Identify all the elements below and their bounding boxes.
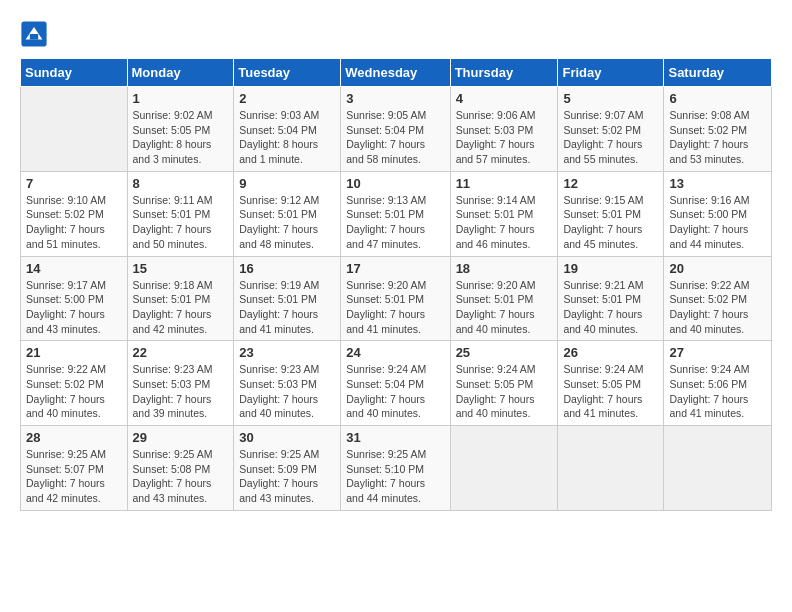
day-info: Sunrise: 9:20 AMSunset: 5:01 PMDaylight:…: [456, 278, 553, 337]
day-number: 29: [133, 430, 229, 445]
calendar-cell: 5Sunrise: 9:07 AMSunset: 5:02 PMDaylight…: [558, 87, 664, 172]
day-number: 30: [239, 430, 335, 445]
day-info: Sunrise: 9:23 AMSunset: 5:03 PMDaylight:…: [133, 362, 229, 421]
day-number: 4: [456, 91, 553, 106]
day-number: 6: [669, 91, 766, 106]
day-number: 8: [133, 176, 229, 191]
day-number: 1: [133, 91, 229, 106]
calendar-week-2: 7Sunrise: 9:10 AMSunset: 5:02 PMDaylight…: [21, 171, 772, 256]
day-info: Sunrise: 9:25 AMSunset: 5:07 PMDaylight:…: [26, 447, 122, 506]
day-info: Sunrise: 9:20 AMSunset: 5:01 PMDaylight:…: [346, 278, 444, 337]
calendar-header-row: SundayMondayTuesdayWednesdayThursdayFrid…: [21, 59, 772, 87]
day-number: 17: [346, 261, 444, 276]
day-info: Sunrise: 9:14 AMSunset: 5:01 PMDaylight:…: [456, 193, 553, 252]
calendar-week-4: 21Sunrise: 9:22 AMSunset: 5:02 PMDayligh…: [21, 341, 772, 426]
day-number: 24: [346, 345, 444, 360]
calendar-cell: 19Sunrise: 9:21 AMSunset: 5:01 PMDayligh…: [558, 256, 664, 341]
calendar-cell: [450, 426, 558, 511]
day-info: Sunrise: 9:08 AMSunset: 5:02 PMDaylight:…: [669, 108, 766, 167]
calendar-cell: 17Sunrise: 9:20 AMSunset: 5:01 PMDayligh…: [341, 256, 450, 341]
day-number: 28: [26, 430, 122, 445]
header-wednesday: Wednesday: [341, 59, 450, 87]
header-tuesday: Tuesday: [234, 59, 341, 87]
logo: [20, 20, 52, 48]
calendar-cell: 27Sunrise: 9:24 AMSunset: 5:06 PMDayligh…: [664, 341, 772, 426]
day-number: 22: [133, 345, 229, 360]
day-info: Sunrise: 9:15 AMSunset: 5:01 PMDaylight:…: [563, 193, 658, 252]
calendar-cell: 10Sunrise: 9:13 AMSunset: 5:01 PMDayligh…: [341, 171, 450, 256]
day-number: 21: [26, 345, 122, 360]
day-number: 31: [346, 430, 444, 445]
calendar-cell: 13Sunrise: 9:16 AMSunset: 5:00 PMDayligh…: [664, 171, 772, 256]
calendar-cell: 22Sunrise: 9:23 AMSunset: 5:03 PMDayligh…: [127, 341, 234, 426]
calendar-cell: [558, 426, 664, 511]
day-number: 12: [563, 176, 658, 191]
day-number: 23: [239, 345, 335, 360]
day-number: 10: [346, 176, 444, 191]
calendar-cell: 6Sunrise: 9:08 AMSunset: 5:02 PMDaylight…: [664, 87, 772, 172]
day-info: Sunrise: 9:23 AMSunset: 5:03 PMDaylight:…: [239, 362, 335, 421]
day-info: Sunrise: 9:10 AMSunset: 5:02 PMDaylight:…: [26, 193, 122, 252]
day-info: Sunrise: 9:24 AMSunset: 5:06 PMDaylight:…: [669, 362, 766, 421]
day-info: Sunrise: 9:24 AMSunset: 5:04 PMDaylight:…: [346, 362, 444, 421]
page-header: [20, 20, 772, 48]
svg-rect-2: [30, 34, 38, 40]
calendar-cell: 18Sunrise: 9:20 AMSunset: 5:01 PMDayligh…: [450, 256, 558, 341]
calendar-cell: 1Sunrise: 9:02 AMSunset: 5:05 PMDaylight…: [127, 87, 234, 172]
day-info: Sunrise: 9:17 AMSunset: 5:00 PMDaylight:…: [26, 278, 122, 337]
calendar-week-5: 28Sunrise: 9:25 AMSunset: 5:07 PMDayligh…: [21, 426, 772, 511]
day-info: Sunrise: 9:03 AMSunset: 5:04 PMDaylight:…: [239, 108, 335, 167]
day-info: Sunrise: 9:11 AMSunset: 5:01 PMDaylight:…: [133, 193, 229, 252]
calendar-week-1: 1Sunrise: 9:02 AMSunset: 5:05 PMDaylight…: [21, 87, 772, 172]
calendar-cell: 12Sunrise: 9:15 AMSunset: 5:01 PMDayligh…: [558, 171, 664, 256]
day-info: Sunrise: 9:19 AMSunset: 5:01 PMDaylight:…: [239, 278, 335, 337]
calendar-cell: 21Sunrise: 9:22 AMSunset: 5:02 PMDayligh…: [21, 341, 128, 426]
day-number: 9: [239, 176, 335, 191]
day-info: Sunrise: 9:16 AMSunset: 5:00 PMDaylight:…: [669, 193, 766, 252]
header-thursday: Thursday: [450, 59, 558, 87]
day-info: Sunrise: 9:25 AMSunset: 5:08 PMDaylight:…: [133, 447, 229, 506]
day-number: 13: [669, 176, 766, 191]
day-info: Sunrise: 9:22 AMSunset: 5:02 PMDaylight:…: [26, 362, 122, 421]
calendar-cell: 8Sunrise: 9:11 AMSunset: 5:01 PMDaylight…: [127, 171, 234, 256]
calendar-cell: 14Sunrise: 9:17 AMSunset: 5:00 PMDayligh…: [21, 256, 128, 341]
day-info: Sunrise: 9:25 AMSunset: 5:09 PMDaylight:…: [239, 447, 335, 506]
calendar-cell: 11Sunrise: 9:14 AMSunset: 5:01 PMDayligh…: [450, 171, 558, 256]
day-number: 25: [456, 345, 553, 360]
day-info: Sunrise: 9:02 AMSunset: 5:05 PMDaylight:…: [133, 108, 229, 167]
calendar-cell: 7Sunrise: 9:10 AMSunset: 5:02 PMDaylight…: [21, 171, 128, 256]
calendar-table: SundayMondayTuesdayWednesdayThursdayFrid…: [20, 58, 772, 511]
day-number: 16: [239, 261, 335, 276]
calendar-week-3: 14Sunrise: 9:17 AMSunset: 5:00 PMDayligh…: [21, 256, 772, 341]
calendar-cell: 25Sunrise: 9:24 AMSunset: 5:05 PMDayligh…: [450, 341, 558, 426]
day-number: 7: [26, 176, 122, 191]
header-saturday: Saturday: [664, 59, 772, 87]
calendar-cell: 2Sunrise: 9:03 AMSunset: 5:04 PMDaylight…: [234, 87, 341, 172]
day-info: Sunrise: 9:12 AMSunset: 5:01 PMDaylight:…: [239, 193, 335, 252]
day-info: Sunrise: 9:22 AMSunset: 5:02 PMDaylight:…: [669, 278, 766, 337]
day-number: 14: [26, 261, 122, 276]
day-info: Sunrise: 9:18 AMSunset: 5:01 PMDaylight:…: [133, 278, 229, 337]
calendar-cell: 23Sunrise: 9:23 AMSunset: 5:03 PMDayligh…: [234, 341, 341, 426]
header-friday: Friday: [558, 59, 664, 87]
calendar-cell: 28Sunrise: 9:25 AMSunset: 5:07 PMDayligh…: [21, 426, 128, 511]
day-number: 19: [563, 261, 658, 276]
calendar-cell: 15Sunrise: 9:18 AMSunset: 5:01 PMDayligh…: [127, 256, 234, 341]
day-number: 15: [133, 261, 229, 276]
day-number: 18: [456, 261, 553, 276]
calendar-cell: 24Sunrise: 9:24 AMSunset: 5:04 PMDayligh…: [341, 341, 450, 426]
calendar-cell: 29Sunrise: 9:25 AMSunset: 5:08 PMDayligh…: [127, 426, 234, 511]
calendar-cell: 4Sunrise: 9:06 AMSunset: 5:03 PMDaylight…: [450, 87, 558, 172]
day-info: Sunrise: 9:07 AMSunset: 5:02 PMDaylight:…: [563, 108, 658, 167]
day-info: Sunrise: 9:24 AMSunset: 5:05 PMDaylight:…: [563, 362, 658, 421]
day-info: Sunrise: 9:25 AMSunset: 5:10 PMDaylight:…: [346, 447, 444, 506]
day-number: 5: [563, 91, 658, 106]
calendar-header: SundayMondayTuesdayWednesdayThursdayFrid…: [21, 59, 772, 87]
day-info: Sunrise: 9:24 AMSunset: 5:05 PMDaylight:…: [456, 362, 553, 421]
calendar-cell: [664, 426, 772, 511]
day-info: Sunrise: 9:21 AMSunset: 5:01 PMDaylight:…: [563, 278, 658, 337]
day-info: Sunrise: 9:05 AMSunset: 5:04 PMDaylight:…: [346, 108, 444, 167]
header-monday: Monday: [127, 59, 234, 87]
calendar-cell: 26Sunrise: 9:24 AMSunset: 5:05 PMDayligh…: [558, 341, 664, 426]
day-number: 11: [456, 176, 553, 191]
